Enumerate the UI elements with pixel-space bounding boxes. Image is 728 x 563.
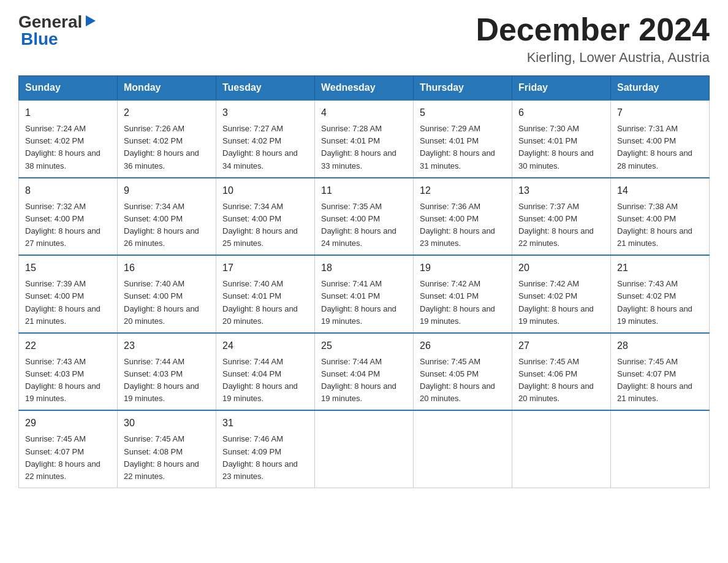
calendar-cell: 14 Sunrise: 7:38 AM Sunset: 4:00 PM Dayl… [611, 178, 710, 256]
calendar-cell: 3 Sunrise: 7:27 AM Sunset: 4:02 PM Dayli… [216, 100, 315, 178]
logo-blue: Blue [21, 29, 58, 49]
day-info: Sunrise: 7:24 AM Sunset: 4:02 PM Dayligh… [25, 123, 111, 172]
week-row-4: 22 Sunrise: 7:43 AM Sunset: 4:03 PM Dayl… [19, 333, 710, 411]
week-row-1: 1 Sunrise: 7:24 AM Sunset: 4:02 PM Dayli… [19, 100, 710, 178]
calendar-cell: 30 Sunrise: 7:45 AM Sunset: 4:08 PM Dayl… [118, 410, 216, 488]
calendar-cell: 23 Sunrise: 7:44 AM Sunset: 4:03 PM Dayl… [118, 333, 216, 411]
calendar-cell: 17 Sunrise: 7:40 AM Sunset: 4:01 PM Dayl… [216, 255, 315, 333]
day-number: 14 [617, 183, 703, 198]
calendar-cell: 7 Sunrise: 7:31 AM Sunset: 4:00 PM Dayli… [611, 100, 710, 178]
day-number: 20 [518, 261, 604, 275]
day-number: 5 [420, 105, 506, 120]
calendar-cell: 15 Sunrise: 7:39 AM Sunset: 4:00 PM Dayl… [19, 255, 118, 333]
day-info: Sunrise: 7:43 AM Sunset: 4:02 PM Dayligh… [617, 278, 703, 327]
calendar-cell: 5 Sunrise: 7:29 AM Sunset: 4:01 PM Dayli… [414, 100, 512, 178]
calendar-cell: 1 Sunrise: 7:24 AM Sunset: 4:02 PM Dayli… [19, 100, 118, 178]
calendar-cell: 16 Sunrise: 7:40 AM Sunset: 4:00 PM Dayl… [118, 255, 216, 333]
day-number: 12 [420, 183, 506, 198]
logo: General Blue [18, 12, 97, 49]
calendar-cell: 4 Sunrise: 7:28 AM Sunset: 4:01 PM Dayli… [315, 100, 414, 178]
calendar-cell: 19 Sunrise: 7:42 AM Sunset: 4:01 PM Dayl… [414, 255, 512, 333]
day-number: 21 [617, 261, 703, 275]
calendar-table: Sunday Monday Tuesday Wednesday Thursday… [18, 75, 710, 488]
day-info: Sunrise: 7:45 AM Sunset: 4:07 PM Dayligh… [617, 356, 703, 405]
calendar-cell: 24 Sunrise: 7:44 AM Sunset: 4:04 PM Dayl… [216, 333, 315, 411]
day-info: Sunrise: 7:37 AM Sunset: 4:00 PM Dayligh… [518, 201, 604, 250]
week-row-2: 8 Sunrise: 7:32 AM Sunset: 4:00 PM Dayli… [19, 178, 710, 256]
day-info: Sunrise: 7:26 AM Sunset: 4:02 PM Dayligh… [124, 123, 210, 172]
day-number: 29 [25, 416, 111, 431]
calendar-cell: 22 Sunrise: 7:43 AM Sunset: 4:03 PM Dayl… [19, 333, 118, 411]
calendar-cell: 26 Sunrise: 7:45 AM Sunset: 4:05 PM Dayl… [414, 333, 512, 411]
day-info: Sunrise: 7:41 AM Sunset: 4:01 PM Dayligh… [321, 278, 407, 327]
day-info: Sunrise: 7:45 AM Sunset: 4:05 PM Dayligh… [420, 356, 506, 405]
calendar-cell: 29 Sunrise: 7:45 AM Sunset: 4:07 PM Dayl… [19, 410, 118, 488]
day-number: 11 [321, 183, 407, 198]
header-wednesday: Wednesday [315, 76, 414, 101]
day-info: Sunrise: 7:38 AM Sunset: 4:00 PM Dayligh… [617, 201, 703, 250]
day-info: Sunrise: 7:28 AM Sunset: 4:01 PM Dayligh… [321, 123, 407, 172]
calendar-cell: 31 Sunrise: 7:46 AM Sunset: 4:09 PM Dayl… [216, 410, 315, 488]
header-sunday: Sunday [19, 76, 118, 101]
day-info: Sunrise: 7:43 AM Sunset: 4:03 PM Dayligh… [25, 356, 111, 405]
day-number: 30 [124, 416, 210, 431]
day-info: Sunrise: 7:40 AM Sunset: 4:01 PM Dayligh… [222, 278, 308, 327]
day-info: Sunrise: 7:27 AM Sunset: 4:02 PM Dayligh… [222, 123, 308, 172]
header-tuesday: Tuesday [216, 76, 315, 101]
calendar-cell: 2 Sunrise: 7:26 AM Sunset: 4:02 PM Dayli… [118, 100, 216, 178]
day-info: Sunrise: 7:42 AM Sunset: 4:02 PM Dayligh… [518, 278, 604, 327]
day-info: Sunrise: 7:32 AM Sunset: 4:00 PM Dayligh… [25, 201, 111, 250]
day-number: 15 [25, 261, 111, 275]
header-row: Sunday Monday Tuesday Wednesday Thursday… [19, 76, 710, 101]
calendar-cell: 20 Sunrise: 7:42 AM Sunset: 4:02 PM Dayl… [512, 255, 611, 333]
calendar-cell: 13 Sunrise: 7:37 AM Sunset: 4:00 PM Dayl… [512, 178, 611, 256]
svg-marker-0 [86, 15, 96, 26]
day-number: 8 [25, 183, 111, 198]
calendar-cell: 10 Sunrise: 7:34 AM Sunset: 4:00 PM Dayl… [216, 178, 315, 256]
logo-arrow-icon [83, 14, 97, 28]
calendar-cell [414, 410, 512, 488]
day-number: 1 [25, 105, 111, 120]
day-info: Sunrise: 7:45 AM Sunset: 4:07 PM Dayligh… [25, 433, 111, 483]
calendar-cell: 12 Sunrise: 7:36 AM Sunset: 4:00 PM Dayl… [414, 178, 512, 256]
calendar-cell: 18 Sunrise: 7:41 AM Sunset: 4:01 PM Dayl… [315, 255, 414, 333]
calendar-cell: 25 Sunrise: 7:44 AM Sunset: 4:04 PM Dayl… [315, 333, 414, 411]
calendar-cell [315, 410, 414, 488]
week-row-3: 15 Sunrise: 7:39 AM Sunset: 4:00 PM Dayl… [19, 255, 710, 333]
day-info: Sunrise: 7:30 AM Sunset: 4:01 PM Dayligh… [518, 123, 604, 172]
calendar-cell [611, 410, 710, 488]
day-number: 4 [321, 105, 407, 120]
header-friday: Friday [512, 76, 611, 101]
day-number: 13 [518, 183, 604, 198]
day-info: Sunrise: 7:34 AM Sunset: 4:00 PM Dayligh… [222, 201, 308, 250]
day-info: Sunrise: 7:44 AM Sunset: 4:04 PM Dayligh… [222, 356, 308, 405]
day-number: 27 [518, 339, 604, 353]
day-number: 18 [321, 261, 407, 275]
day-info: Sunrise: 7:45 AM Sunset: 4:06 PM Dayligh… [518, 356, 604, 405]
day-info: Sunrise: 7:46 AM Sunset: 4:09 PM Dayligh… [222, 433, 308, 483]
day-number: 9 [124, 183, 210, 198]
day-info: Sunrise: 7:29 AM Sunset: 4:01 PM Dayligh… [420, 123, 506, 172]
calendar-cell: 11 Sunrise: 7:35 AM Sunset: 4:00 PM Dayl… [315, 178, 414, 256]
day-number: 31 [222, 416, 308, 431]
day-info: Sunrise: 7:34 AM Sunset: 4:00 PM Dayligh… [124, 201, 210, 250]
week-row-5: 29 Sunrise: 7:45 AM Sunset: 4:07 PM Dayl… [19, 410, 710, 488]
calendar-cell: 28 Sunrise: 7:45 AM Sunset: 4:07 PM Dayl… [611, 333, 710, 411]
day-number: 7 [617, 105, 703, 120]
page-header: General Blue December 2024 Kierling, Low… [18, 12, 710, 66]
day-info: Sunrise: 7:42 AM Sunset: 4:01 PM Dayligh… [420, 278, 506, 327]
month-title: December 2024 [476, 12, 710, 47]
location-title: Kierling, Lower Austria, Austria [476, 50, 710, 66]
header-saturday: Saturday [611, 76, 710, 101]
calendar-cell [512, 410, 611, 488]
day-info: Sunrise: 7:44 AM Sunset: 4:03 PM Dayligh… [124, 356, 210, 405]
title-area: December 2024 Kierling, Lower Austria, A… [476, 12, 710, 66]
day-number: 10 [222, 183, 308, 198]
day-number: 24 [222, 339, 308, 353]
day-number: 26 [420, 339, 506, 353]
header-thursday: Thursday [414, 76, 512, 101]
calendar-cell: 27 Sunrise: 7:45 AM Sunset: 4:06 PM Dayl… [512, 333, 611, 411]
day-number: 2 [124, 105, 210, 120]
calendar-cell: 8 Sunrise: 7:32 AM Sunset: 4:00 PM Dayli… [19, 178, 118, 256]
day-info: Sunrise: 7:45 AM Sunset: 4:08 PM Dayligh… [124, 433, 210, 483]
